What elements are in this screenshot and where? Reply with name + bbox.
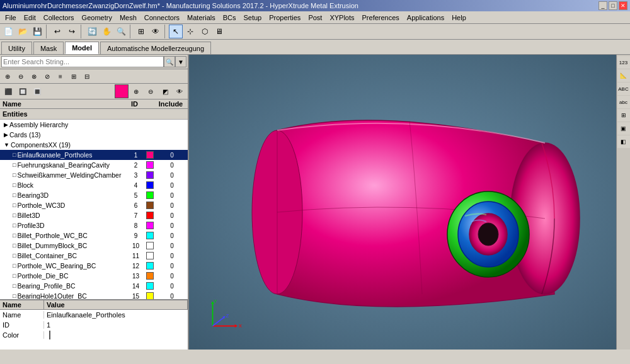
tree-item[interactable]: □Bearing_Profile_BC140 <box>0 281 188 291</box>
tree-item[interactable]: □Porthole_Die_BC130 <box>0 271 188 281</box>
pan-button[interactable]: ✋ <box>100 25 113 38</box>
view-button[interactable]: 👁 <box>149 25 163 38</box>
color-swatch <box>146 191 154 199</box>
lt-btn-6[interactable]: ⊞ <box>67 70 80 82</box>
tree-item-include: 0 <box>156 273 188 280</box>
tree-item[interactable]: □Billet_DummyBlock_BC100 <box>0 241 188 251</box>
tree-item-icon: □ <box>13 222 16 229</box>
lt-btn-7[interactable]: ⊟ <box>81 70 93 82</box>
tab-mask[interactable]: Mask <box>33 42 64 54</box>
lt2-btn-5[interactable]: ⊖ <box>144 84 158 98</box>
vert-btn-7[interactable]: ◧ <box>617 135 630 148</box>
main-area: 🔍 ▼ ⊕ ⊖ ⊗ ⊘ ≡ ⊞ ⊟ ⬛ 🔲 🔳 ⊕ ⊖ ◩ 👁 Name <box>0 55 630 350</box>
minimize-button[interactable]: _ <box>598 1 607 10</box>
menu-item-post[interactable]: Post <box>304 13 326 22</box>
open-button[interactable]: 📂 <box>16 25 30 38</box>
entity-tree[interactable]: ▶Assembly Hierarchy▶Cards (13)▼Component… <box>0 120 188 299</box>
tree-item[interactable]: □Porthole_WC3D60 <box>0 200 188 210</box>
lt-btn-5[interactable]: ≡ <box>54 70 67 82</box>
menu-item-collectors[interactable]: Collectors <box>40 13 78 22</box>
menu-item-help[interactable]: Help <box>448 13 470 22</box>
mesh-button[interactable]: ⬡ <box>198 25 212 38</box>
tree-item-color-cell <box>144 252 156 259</box>
tree-item[interactable]: □Block40 <box>0 180 188 190</box>
tree-item-icon: □ <box>13 232 16 239</box>
tree-item[interactable]: □BearingHole1Outer_BC150 <box>0 291 188 299</box>
save-button[interactable]: 💾 <box>30 25 44 38</box>
lt-btn-2[interactable]: ⊖ <box>14 70 27 82</box>
undo-button[interactable]: ↩ <box>50 25 64 38</box>
zoom-button[interactable]: 🔍 <box>114 25 128 38</box>
new-button[interactable]: 📄 <box>1 25 15 38</box>
color-swatch <box>146 181 154 189</box>
tree-item[interactable]: □Billet_Container_BC110 <box>0 251 188 261</box>
lt-btn-4[interactable]: ⊘ <box>41 70 54 82</box>
tree-item-id: 8 <box>128 222 144 229</box>
vert-btn-4[interactable]: abc <box>617 96 630 108</box>
lt-btn-1[interactable]: ⊕ <box>1 70 14 82</box>
search-button[interactable]: 🔍 <box>164 56 175 67</box>
tree-item[interactable]: □Profile3D80 <box>0 220 188 230</box>
vert-btn-5[interactable]: ⊞ <box>617 109 630 122</box>
lt2-btn-3[interactable]: 🔳 <box>30 84 44 98</box>
tree-item-color-cell <box>144 151 156 159</box>
vert-btn-2[interactable]: 📐 <box>617 69 630 82</box>
lt2-btn-7[interactable]: 👁 <box>173 84 186 98</box>
maximize-button[interactable]: □ <box>609 1 617 10</box>
color-swatch <box>146 232 154 239</box>
display-button[interactable]: 🖥 <box>212 25 226 38</box>
tree-item[interactable]: □Fuehrungskanal_BearingCavity20 <box>0 160 188 170</box>
lt2-btn-1[interactable]: ⬛ <box>1 84 15 98</box>
menu-item-mesh[interactable]: Mesh <box>116 13 140 22</box>
tree-item[interactable]: ▶Cards (13) <box>0 130 188 140</box>
search-input[interactable] <box>1 56 164 67</box>
rotate-button[interactable]: 🔄 <box>85 25 99 38</box>
menu-item-applications[interactable]: Applications <box>403 13 448 22</box>
vert-btn-3[interactable]: ABC <box>617 82 630 95</box>
vert-btn-6[interactable]: ▣ <box>617 122 630 135</box>
menu-item-connectors[interactable]: Connectors <box>140 13 183 22</box>
titlebar-text: AluminiumrohrDurchmesserZwanzigDornZwelf… <box>3 2 358 9</box>
viewport[interactable]: X Y Z 123 📐 ABC abc ⊞ ▣ ◧ <box>189 55 630 350</box>
menu-item-preferences[interactable]: Preferences <box>358 13 403 22</box>
vert-btn-1[interactable]: 123 <box>617 56 630 69</box>
tree-item-include: 0 <box>156 182 188 189</box>
tab-model[interactable]: Model <box>65 42 99 54</box>
lt-btn-3[interactable]: ⊗ <box>28 70 40 82</box>
lt2-btn-2[interactable]: 🔲 <box>16 84 30 98</box>
tree-item-include: 0 <box>156 242 188 249</box>
menu-item-materials[interactable]: Materials <box>183 13 219 22</box>
menu-item-bcs[interactable]: BCs <box>219 13 240 22</box>
tree-item-name: Billet3D <box>17 212 128 219</box>
lt2-color[interactable] <box>115 84 129 98</box>
menu-item-xyplots[interactable]: XYPlots <box>326 13 358 22</box>
select-button[interactable]: ↖ <box>169 25 183 38</box>
tree-item[interactable]: □Billet_Porthole_WC_BC90 <box>0 230 188 241</box>
close-button[interactable]: ✕ <box>619 1 627 10</box>
search-options-button[interactable]: ▼ <box>175 56 186 67</box>
menu-item-file[interactable]: File <box>1 13 20 22</box>
tree-item[interactable]: ▼ComponentsXX (19) <box>0 140 188 150</box>
tree-item-icon: □ <box>13 162 16 168</box>
tree-item-name: Fuehrungskanal_BearingCavity <box>17 161 128 169</box>
menu-item-setup[interactable]: Setup <box>239 13 265 22</box>
tree-item[interactable]: ▶Assembly Hierarchy <box>0 120 188 130</box>
menu-item-geometry[interactable]: Geometry <box>78 13 116 22</box>
color-swatch <box>146 242 154 249</box>
pick-button[interactable]: ⊹ <box>183 25 197 38</box>
lt2-btn-6[interactable]: ◩ <box>158 84 172 98</box>
tree-item[interactable]: □Billet3D70 <box>0 210 188 220</box>
tree-item-icon: □ <box>13 202 16 208</box>
lt2-btn-4[interactable]: ⊕ <box>129 84 143 98</box>
tree-item[interactable]: □Schweißkammer_WeldingChamber30 <box>0 170 188 180</box>
tree-item[interactable]: □Bearing3D50 <box>0 190 188 200</box>
tab-auto[interactable]: Automatische Modellerzeugung <box>100 42 211 54</box>
tree-item[interactable]: □Porthole_WC_Bearing_BC120 <box>0 261 188 271</box>
menubar: FileEditCollectorsGeometryMeshConnectors… <box>0 11 630 24</box>
menu-item-properties[interactable]: Properties <box>265 13 304 22</box>
menu-item-edit[interactable]: Edit <box>20 13 40 22</box>
tab-utility[interactable]: Utility <box>1 42 32 54</box>
redo-button[interactable]: ↪ <box>65 25 79 38</box>
tree-item[interactable]: □Einlaufkanaele_Portholes10 <box>0 150 188 160</box>
fit-all-button[interactable]: ⊞ <box>134 25 148 38</box>
